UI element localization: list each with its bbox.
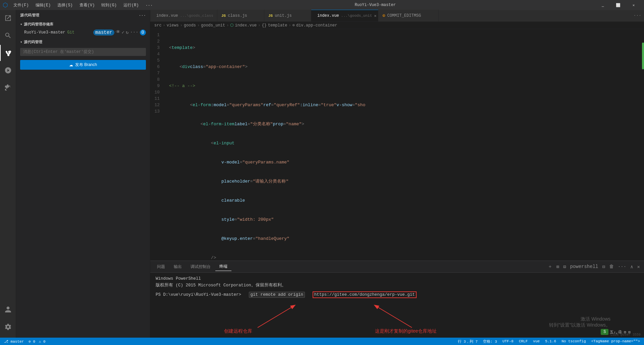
terminal-url: https://gitee.com/dongzhenga/erp-vue.git bbox=[313, 291, 417, 298]
tab-terminal[interactable]: 终端 bbox=[215, 262, 231, 271]
breadcrumb: src › views › goods › goods_unit › ⬡ ind… bbox=[150, 22, 644, 29]
breadcrumb-app-container[interactable]: div.app-container bbox=[296, 23, 337, 28]
code-line-7: v-model="queryParams.name" bbox=[169, 159, 641, 165]
git-label: Git bbox=[67, 30, 74, 35]
eye-icon[interactable]: 👁 bbox=[116, 29, 120, 36]
check-icon[interactable]: ✓ bbox=[122, 29, 124, 36]
status-language[interactable]: vue bbox=[532, 339, 541, 343]
status-encoding[interactable]: UTF-8 bbox=[501, 339, 515, 343]
status-tag[interactable]: <TagName prop-name=""> bbox=[590, 339, 641, 343]
maximize-button[interactable]: ⬜ bbox=[610, 0, 626, 10]
breadcrumb-vue-icon: ⬡ bbox=[230, 23, 233, 28]
breadcrumb-curly-icon: {} bbox=[262, 23, 266, 28]
code-line-6: <el-input bbox=[169, 140, 641, 146]
source-section-toggle[interactable]: ▾ 源代码管理 bbox=[16, 38, 150, 46]
scrollbar[interactable] bbox=[641, 29, 644, 261]
sidebar-more-icon[interactable]: ··· bbox=[139, 13, 146, 17]
tab-debug-console[interactable]: 调试控制台 bbox=[186, 263, 215, 271]
breadcrumb-template[interactable]: template bbox=[268, 23, 287, 28]
tab-label-1: index.vue bbox=[156, 13, 178, 18]
layout-icon[interactable]: ⊟ bbox=[601, 263, 606, 270]
breadcrumb-src[interactable]: src bbox=[154, 23, 162, 28]
repo-name: RuoYi-Vue3-master bbox=[24, 30, 65, 35]
terminal-panel: 问题 输出 调试控制台 终端 ＋ ⊞ ⊡ powershell ⊟ 🗑 ··· bbox=[150, 261, 644, 338]
breadcrumb-goods[interactable]: goods bbox=[184, 23, 196, 28]
breadcrumb-goods-unit[interactable]: goods_unit bbox=[201, 23, 225, 28]
git-icon[interactable] bbox=[0, 45, 16, 61]
message-input-area bbox=[16, 46, 150, 58]
terminal-line-2: 版权所有 (C) 2015 Microsoft Corporation。保留所有… bbox=[156, 282, 639, 289]
extensions-icon[interactable] bbox=[0, 80, 16, 96]
breadcrumb-index-vue[interactable]: index.vue bbox=[235, 23, 257, 28]
status-errors[interactable]: ⊘ 0 ⚠ 0 bbox=[27, 339, 47, 344]
vscode-icon: ⬡ bbox=[3, 1, 8, 9]
menu-edit[interactable]: 编辑(E) bbox=[33, 2, 54, 9]
menu-view[interactable]: 查看(V) bbox=[77, 2, 98, 9]
tab-index-goods-unit[interactable]: index.vue ...\goods_unit ✕ bbox=[311, 10, 378, 21]
search-icon[interactable] bbox=[0, 27, 16, 44]
menu-goto[interactable]: 转到(G) bbox=[99, 2, 119, 9]
tab-label-4: index.vue bbox=[317, 13, 339, 18]
code-line-3: <!-- a --> bbox=[169, 83, 641, 89]
status-position[interactable]: 行 3，列 7 bbox=[457, 339, 479, 344]
editor-area: index.vue ...\goods_class JS class.js JS… bbox=[150, 10, 644, 338]
tab-class-js[interactable]: JS class.js bbox=[217, 10, 264, 21]
tab-more-button[interactable]: ··· bbox=[631, 10, 644, 21]
tab-unit-js[interactable]: JS unit.js bbox=[264, 10, 311, 21]
change-count: 0 bbox=[140, 29, 146, 36]
minimize-button[interactable]: ⎯ bbox=[595, 0, 610, 10]
svg-text:这是刚才复制的gitee仓库地址: 这是刚才复制的gitee仓库地址 bbox=[375, 328, 437, 334]
tab-commit-editmsg[interactable]: ⊙ COMMIT_EDITMSG bbox=[378, 10, 439, 21]
status-spaces[interactable]: 空格: 3 bbox=[482, 339, 498, 344]
split-terminal-icon[interactable]: ⊞ bbox=[555, 263, 560, 270]
tab-index-goods-class[interactable]: index.vue ...\goods_class bbox=[150, 10, 217, 21]
tab-problems[interactable]: 问题 bbox=[153, 263, 169, 271]
commit-message-input[interactable] bbox=[20, 48, 146, 56]
terminal-more-icon[interactable]: ··· bbox=[616, 263, 628, 270]
terminal-tab-bar: 问题 输出 调试控制台 终端 ＋ ⊞ ⊡ powershell ⊟ 🗑 ··· bbox=[150, 261, 644, 273]
powershell-label: ⊡ powershell bbox=[562, 263, 599, 270]
title-bar: ⬡ 文件(F) 编辑(E) 选择(S) 查看(V) 转到(G) 运行(R) ..… bbox=[0, 0, 644, 10]
publish-branch-button[interactable]: ☁ 发布 Branch bbox=[20, 60, 146, 70]
gitee-s-icon: S bbox=[601, 329, 608, 335]
trash-icon[interactable]: 🗑 bbox=[608, 263, 615, 270]
terminal-cmd: git remote add origin bbox=[249, 292, 305, 298]
more-icon[interactable]: ··· bbox=[130, 29, 138, 36]
close-button[interactable]: ✕ bbox=[626, 0, 641, 10]
tab-label-5: COMMIT_EDITMSG bbox=[387, 13, 421, 18]
code-line-1: <template> bbox=[169, 45, 641, 51]
csdn-watermark: CSDN @user 3559 bbox=[610, 333, 641, 337]
tab-close-4[interactable]: ✕ bbox=[374, 13, 376, 18]
repo-section-toggle[interactable]: ▾ 源代码管理存储库 bbox=[16, 20, 150, 28]
code-line-8: placeholder="请输入分类名称" bbox=[169, 178, 641, 185]
chevron-up-icon[interactable]: ∧ bbox=[629, 263, 634, 270]
menu-run[interactable]: 运行(R) bbox=[121, 2, 142, 9]
activity-bar bbox=[0, 10, 16, 338]
status-branch[interactable]: ⎇ master bbox=[3, 339, 25, 344]
terminal-prompt: PS D:\vue\ruoyi\RuoYi-Vue3-master> bbox=[156, 292, 241, 297]
menu-bar[interactable]: 文件(F) 编辑(E) 选择(S) 查看(V) 转到(G) 运行(R) ... bbox=[11, 2, 155, 9]
close-terminal-icon[interactable]: ✕ bbox=[636, 263, 641, 270]
status-line-endings[interactable]: CRLF bbox=[518, 339, 529, 343]
breadcrumb-views[interactable]: views bbox=[167, 23, 179, 28]
status-version[interactable]: 5.1.6 bbox=[544, 339, 557, 343]
cloud-icon: ☁ bbox=[69, 63, 73, 67]
code-editor[interactable]: 1 2 3 4 5 6 7 8 9 10 11 12 13 <template bbox=[150, 29, 644, 261]
add-terminal-icon[interactable]: ＋ bbox=[546, 263, 554, 270]
repo-info: RuoYi-Vue3-master Git master 👁 ✓ ↻ ··· 0 bbox=[16, 28, 150, 37]
repo-actions[interactable]: master 👁 ✓ ↻ ··· 0 bbox=[93, 29, 146, 36]
refresh-icon[interactable]: ↻ bbox=[126, 29, 128, 36]
menu-select[interactable]: 选择(S) bbox=[55, 2, 75, 9]
branch-badge[interactable]: master bbox=[93, 29, 114, 36]
menu-more[interactable]: ... bbox=[143, 2, 156, 9]
account-icon[interactable] bbox=[0, 301, 16, 318]
terminal-line-1: Windows PowerShell bbox=[156, 275, 639, 282]
window-controls[interactable]: ⎯ ⬜ ✕ bbox=[595, 0, 641, 10]
run-icon[interactable] bbox=[0, 62, 16, 78]
explorer-icon[interactable] bbox=[0, 10, 16, 26]
menu-file[interactable]: 文件(F) bbox=[11, 2, 32, 9]
tab-output[interactable]: 输出 bbox=[170, 263, 186, 271]
code-line-10: style="width: 200px" bbox=[169, 216, 641, 223]
settings-icon[interactable] bbox=[0, 319, 16, 335]
status-tsconfig[interactable]: No tsconfig bbox=[560, 339, 587, 343]
